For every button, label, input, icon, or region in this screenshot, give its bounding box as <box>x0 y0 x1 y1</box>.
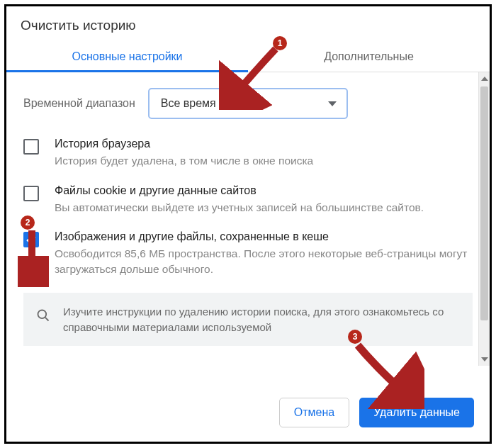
dialog-footer: Отмена Удалить данные <box>6 385 490 442</box>
option-cache: Изображения и другие файлы, сохраненные … <box>23 230 473 276</box>
search-icon <box>36 308 50 323</box>
scroll-down-button[interactable] <box>479 353 490 366</box>
option-cache-desc: Освободится 85,6 МБ пространства. После … <box>55 246 473 276</box>
option-cache-texts: Изображения и другие файлы, сохраненные … <box>55 230 473 276</box>
cancel-button[interactable]: Отмена <box>279 398 349 427</box>
scroll-up-button[interactable] <box>479 72 490 85</box>
clear-history-dialog: Очистить историю Основные настройки Допо… <box>4 4 492 444</box>
option-browser-history: История браузера История будет удалена, … <box>23 138 473 169</box>
svg-point-0 <box>38 310 47 318</box>
option-history-desc: История будет удалена, в том числе в окн… <box>55 153 473 169</box>
option-cookies-desc: Вы автоматически выйдете из учетных запи… <box>55 200 473 215</box>
svg-line-1 <box>45 318 49 321</box>
scrollbar[interactable] <box>478 72 490 366</box>
delete-data-button[interactable]: Удалить данные <box>359 398 474 427</box>
arrow-down-icon <box>481 357 488 362</box>
tab-basic[interactable]: Основные настройки <box>6 40 248 72</box>
checkbox-cookies[interactable] <box>23 186 39 201</box>
option-history-texts: История браузера История будет удалена, … <box>55 138 473 169</box>
checkbox-history[interactable] <box>23 139 39 155</box>
dialog-body: Временной диапазон Все время История бра… <box>6 72 490 385</box>
delete-data-button-label: Удалить данные <box>373 406 460 419</box>
option-cache-title: Изображения и другие файлы, сохраненные … <box>55 230 473 243</box>
tab-advanced[interactable]: Дополнительные <box>248 40 490 72</box>
time-range-dropdown[interactable]: Все время <box>148 88 348 119</box>
time-range-value: Все время <box>161 97 216 110</box>
check-icon <box>26 234 35 244</box>
tabs: Основные настройки Дополнительные <box>6 40 490 72</box>
arrow-up-icon <box>481 77 488 81</box>
dialog-title: Очистить историю <box>6 6 490 40</box>
time-range-label: Временной диапазон <box>23 97 135 110</box>
option-cookies-texts: Файлы cookie и другие данные сайтов Вы а… <box>55 184 473 215</box>
checkbox-cache[interactable] <box>23 232 39 247</box>
tab-basic-label: Основные настройки <box>72 50 182 62</box>
chevron-down-icon <box>328 101 337 106</box>
option-history-title: История браузера <box>55 138 473 150</box>
content: Временной диапазон Все время История бра… <box>6 72 490 385</box>
option-cookies: Файлы cookie и другие данные сайтов Вы а… <box>23 184 473 215</box>
tab-advanced-label: Дополнительные <box>324 50 414 62</box>
cancel-button-label: Отмена <box>294 406 334 419</box>
time-range-row: Временной диапазон Все время <box>23 88 473 119</box>
option-cookies-title: Файлы cookie и другие данные сайтов <box>55 184 473 197</box>
scrollbar-thumb[interactable] <box>480 86 488 320</box>
info-box: Изучите инструкции по удалению истории п… <box>23 293 473 347</box>
info-text: Изучите инструкции по удалению истории п… <box>63 304 461 335</box>
